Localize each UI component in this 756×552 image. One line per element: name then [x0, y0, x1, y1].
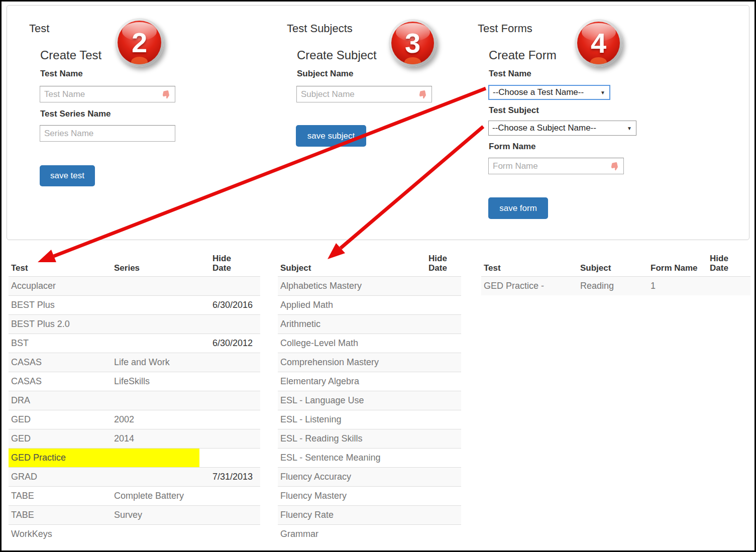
table-row: Elementary Algebra — [278, 372, 461, 391]
save-subject-button[interactable]: save subject — [296, 125, 366, 147]
table-cell: Fluency Accuracy — [278, 467, 426, 486]
table-cell: College-Level Math — [278, 334, 426, 353]
table-cell — [112, 295, 210, 314]
subjects-header-row: SubjectHide Date — [278, 245, 461, 276]
create-form-heading: Create Form — [489, 48, 557, 62]
column-header: Form Name — [648, 245, 707, 276]
form-name-input[interactable] — [488, 158, 624, 174]
subjects-table: SubjectHide Date Alphabetics MasteryAppl… — [278, 245, 461, 543]
table-cell: 2014 — [112, 429, 210, 448]
table-row: Fluency Rate — [278, 505, 461, 524]
table-row: GED2002 — [9, 410, 260, 429]
table-cell: Fluency Mastery — [278, 486, 426, 505]
table-cell — [210, 372, 260, 391]
table-row: ESL - Listening — [278, 410, 461, 429]
table-row: Arithmetic — [278, 314, 461, 334]
form-name-label: Form Name — [489, 142, 536, 152]
table-cell — [112, 391, 210, 410]
table-cell: Arithmetic — [278, 314, 426, 334]
table-cell: CASAS — [9, 372, 112, 391]
table-cell: ESL - Sentence Meaning — [278, 448, 426, 467]
table-cell — [210, 314, 260, 334]
table-row: College-Level Math — [278, 334, 461, 353]
step-4-badge: 4 — [575, 19, 622, 67]
table-cell — [426, 467, 461, 486]
table-cell — [426, 429, 461, 448]
test-subject-select[interactable]: --Choose a Subject Name-- ▼ — [488, 121, 636, 136]
table-row: GED2014 — [9, 429, 260, 448]
table-row: Alphabetics Mastery — [278, 276, 461, 295]
tests-header-row: TestSeriesHide Date — [9, 245, 260, 276]
table-cell: LifeSkills — [112, 372, 210, 391]
test-subjects-panel-title: Test Subjects — [287, 22, 353, 35]
table-cell — [426, 486, 461, 505]
table-row: CASASLife and Work — [9, 353, 260, 372]
table-cell — [426, 276, 461, 295]
table-cell: ESL - Reading Skills — [278, 429, 426, 448]
table-cell — [112, 334, 210, 353]
table-cell: GED Practice - — [481, 276, 578, 295]
table-row: CASASLifeSkills — [9, 372, 260, 391]
table-row: Grammar — [278, 524, 461, 543]
table-cell: TABE — [9, 486, 112, 505]
table-row: DRA — [9, 391, 260, 410]
table-cell: BST — [9, 334, 112, 353]
table-cell — [112, 448, 210, 467]
save-test-button[interactable]: save test — [40, 165, 95, 186]
test-name-input[interactable] — [40, 86, 175, 102]
table-cell: 2002 — [112, 410, 210, 429]
step-3-orb: 3 — [391, 22, 434, 64]
table-row: TABEComplete Battery — [9, 486, 260, 505]
table-cell: Elementary Algebra — [278, 372, 426, 391]
table-cell — [210, 524, 260, 543]
table-cell — [426, 505, 461, 524]
table-cell — [426, 410, 461, 429]
table-cell: Life and Work — [112, 353, 210, 372]
test-name-select[interactable]: --Choose a Test Name-- ▼ — [488, 85, 610, 100]
test-series-name-label: Test Series Name — [40, 109, 111, 119]
table-cell: GED — [9, 410, 112, 429]
test-name-select-value: --Choose a Test Name-- — [493, 87, 584, 97]
table-cell: Accuplacer — [9, 276, 112, 295]
subject-name-field-wrap — [296, 86, 432, 102]
table-cell: TABE — [9, 505, 112, 524]
test-panel-title: Test — [29, 22, 49, 35]
table-cell: Comprehension Mastery — [278, 353, 426, 372]
table-cell: GED Practice — [9, 448, 112, 467]
table-row: GED Practice -Reading1 — [481, 276, 750, 295]
create-test-heading: Create Test — [40, 48, 101, 62]
table-cell: CASAS — [9, 353, 112, 372]
table-cell: 1 — [648, 276, 707, 295]
table-cell — [210, 505, 260, 524]
thumbs-down-icon — [161, 88, 173, 100]
table-cell — [112, 524, 210, 543]
chevron-down-icon: ▼ — [600, 90, 605, 95]
step-3-number: 3 — [405, 27, 420, 59]
table-cell: BEST Plus — [9, 295, 112, 314]
series-name-input[interactable] — [40, 125, 175, 142]
subject-name-label: Subject Name — [297, 69, 353, 79]
table-cell: ESL - Listening — [278, 410, 426, 429]
save-form-button[interactable]: save form — [488, 197, 548, 219]
table-cell — [112, 314, 210, 334]
table-cell — [210, 448, 260, 467]
table-cell — [426, 295, 461, 314]
column-header: Hide Date — [426, 245, 461, 276]
thumbs-down-icon — [418, 88, 429, 100]
step-3-badge: 3 — [389, 19, 437, 67]
table-cell: ESL - Language Use — [278, 391, 426, 410]
form-name-field-wrap — [488, 158, 624, 174]
column-header: Test — [481, 245, 578, 276]
table-cell — [210, 276, 260, 295]
table-cell — [210, 486, 260, 505]
step-2-number: 2 — [132, 26, 147, 59]
subject-name-input[interactable] — [296, 86, 432, 102]
form-test-name-label: Test Name — [489, 69, 531, 79]
step-4-orb: 4 — [577, 22, 620, 64]
table-cell — [112, 467, 210, 486]
forms-table: TestSubjectForm NameHide Date GED Practi… — [481, 245, 750, 295]
thumbs-down-icon — [610, 160, 621, 172]
table-cell: Survey — [112, 505, 210, 524]
table-cell — [426, 314, 461, 334]
table-row: GRAD7/31/2013 — [9, 467, 260, 486]
